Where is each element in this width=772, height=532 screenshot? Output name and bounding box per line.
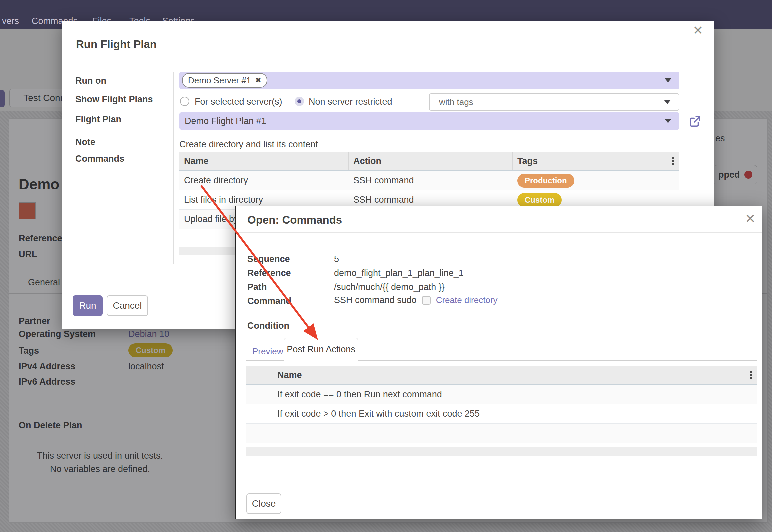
flight-plan-value: Demo Flight Plan #1 [185, 116, 266, 126]
column-header-name[interactable]: Name [263, 370, 750, 380]
flight-plan-label: Flight Plan [75, 114, 121, 125]
tab-preview[interactable]: Preview [252, 346, 283, 357]
action-table-row-empty [246, 424, 757, 443]
label-column-divider [329, 251, 329, 335]
column-options-icon[interactable] [672, 155, 674, 167]
action-table-row[interactable]: If exit code == 0 then Run next command [246, 385, 757, 404]
run-button-label: Run [79, 300, 96, 311]
run-dialog-title: Run Flight Plan [76, 38, 157, 51]
tab-post-run-actions-label: Post Run Actions [287, 344, 355, 355]
dropdown-caret-icon [665, 78, 671, 82]
tab-baseline-right [358, 360, 757, 361]
note-label: Note [75, 137, 95, 147]
radio-non-server-restricted[interactable] [295, 97, 304, 106]
cancel-button[interactable]: Cancel [107, 295, 148, 316]
label-column-divider [173, 72, 174, 264]
with-tags-select[interactable]: with tags [429, 93, 679, 111]
cell-name: Create directory [179, 175, 349, 186]
cell-action: SSH command [349, 175, 513, 186]
table-scroll-strip[interactable] [246, 447, 757, 456]
radio-for-selected-servers-label[interactable]: For selected server(s) [195, 97, 282, 107]
open-commands-dialog: Open: Commands ✕ Sequence Reference Path… [235, 206, 762, 519]
tag-badge: Custom [517, 193, 562, 207]
path-value: /such/much/{{ demo_path }} [334, 282, 445, 292]
column-header-action[interactable]: Action [349, 152, 513, 170]
command-value: SSH command sudo [334, 295, 417, 305]
close-button[interactable]: Close [246, 493, 281, 514]
command-row: SSH command sudo Create directory [334, 295, 498, 305]
command-label: Command [247, 296, 291, 306]
tab-post-run-actions[interactable]: Post Run Actions [284, 338, 358, 361]
column-header-tags[interactable]: Tags [513, 156, 672, 166]
chip-remove-icon[interactable]: ✖ [255, 76, 261, 85]
radio-for-selected-servers[interactable] [180, 97, 189, 106]
dropdown-caret-icon [665, 119, 671, 123]
reference-label: Reference [247, 268, 291, 278]
nav-item-servers[interactable]: vers [2, 16, 19, 26]
sequence-value: 5 [334, 254, 339, 264]
with-tags-value: with tags [439, 97, 473, 107]
server-chip-label: Demo Server #1 [188, 75, 251, 86]
commands-label: Commands [75, 154, 124, 164]
cancel-button-label: Cancel [113, 300, 142, 311]
sequence-label: Sequence [247, 254, 290, 264]
screen: vers Commands Files Tools Settings Test … [0, 0, 772, 532]
action-table-row[interactable]: If exit code > 0 then Exit with custom e… [246, 404, 757, 424]
open-flight-plan-external-link-icon[interactable] [689, 115, 701, 128]
server-chip: Demo Server #1 ✖ [182, 73, 267, 88]
tab-baseline-left [246, 360, 284, 361]
create-directory-link[interactable]: Create directory [436, 295, 498, 305]
run-on-select[interactable]: Demo Server #1 ✖ [179, 72, 679, 89]
flight-plan-select[interactable]: Demo Flight Plan #1 [179, 112, 679, 130]
show-flight-plans-label: Show Flight Plans [75, 94, 153, 105]
plan-table-row[interactable]: Create directory SSH command Production [179, 171, 679, 190]
action-name: If exit code == 0 then Run next command [277, 389, 442, 400]
cell-action: SSH command [349, 195, 513, 205]
run-dialog-close-icon[interactable]: ✕ [693, 24, 703, 37]
plan-table-header: Name Action Tags [179, 152, 679, 171]
dropdown-caret-icon [664, 100, 671, 104]
column-options-icon[interactable] [750, 369, 752, 381]
close-button-label: Close [252, 498, 276, 509]
radio-non-server-restricted-label[interactable]: Non server restricted [309, 97, 392, 107]
actions-table-header: Name [246, 366, 757, 385]
plan-description: Create directory and list its content [179, 139, 318, 150]
selector-column [246, 366, 263, 384]
cell-name: List files in directory [179, 195, 349, 205]
action-name: If exit code > 0 then Exit with custom e… [277, 409, 480, 419]
run-on-label: Run on [75, 76, 106, 86]
reference-value: demo_flight_plan_1_plan_line_1 [334, 268, 464, 278]
footer-divider [236, 485, 762, 485]
path-label: Path [247, 282, 267, 292]
open-dialog-title: Open: Commands [247, 214, 342, 226]
sudo-checkbox[interactable] [422, 296, 431, 305]
open-dialog-close-icon[interactable]: ✕ [745, 212, 756, 225]
column-header-name[interactable]: Name [179, 152, 349, 170]
header-divider [236, 232, 762, 233]
run-button[interactable]: Run [73, 295, 103, 316]
header-divider [62, 60, 714, 60]
condition-label: Condition [247, 321, 289, 331]
tag-badge: Production [517, 174, 574, 188]
